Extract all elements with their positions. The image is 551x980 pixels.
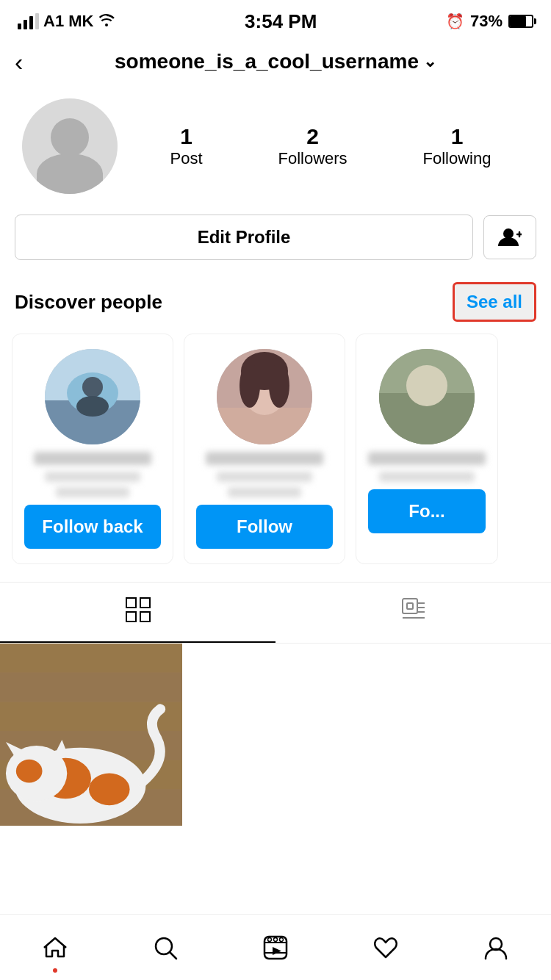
status-time: 3:54 PM	[245, 10, 317, 33]
chevron-down-icon: ⌄	[423, 52, 436, 71]
person-2-name	[206, 452, 323, 465]
svg-point-51	[280, 937, 284, 941]
person-avatar-3	[379, 349, 475, 444]
home-icon	[42, 934, 68, 961]
stat-following[interactable]: 1 Following	[423, 124, 491, 168]
person-avatar-1	[45, 349, 140, 444]
svg-point-50	[274, 937, 278, 941]
follow-back-button[interactable]: Follow back	[24, 505, 161, 549]
svg-rect-25	[407, 603, 413, 609]
svg-rect-24	[403, 599, 417, 613]
status-right: ⏰ 73%	[446, 12, 533, 31]
photos-grid	[0, 644, 551, 826]
content-tabs	[0, 582, 551, 644]
person-avatar-2	[217, 349, 312, 444]
nav-search[interactable]	[136, 918, 195, 977]
home-dot	[53, 968, 57, 973]
svg-point-53	[490, 938, 502, 950]
person-card-1: Follow back	[12, 334, 173, 564]
person-card-3: Fo...	[356, 334, 498, 564]
status-left: A1 MK	[18, 12, 115, 31]
stat-posts[interactable]: 1 Post	[170, 124, 202, 168]
action-buttons-row: Edit Profile	[0, 209, 551, 275]
nav-home[interactable]	[26, 918, 84, 977]
signal-icon	[18, 13, 39, 29]
avatar[interactable]	[22, 98, 118, 194]
svg-rect-21	[140, 598, 150, 608]
person-card-2: Follow	[184, 334, 345, 564]
following-label: Following	[423, 149, 491, 167]
alarm-icon: ⏰	[446, 12, 464, 30]
person-2-sub2	[228, 487, 301, 497]
stat-followers[interactable]: 2 Followers	[278, 124, 347, 168]
discover-title: Discover people	[15, 291, 162, 314]
status-bar: A1 MK 3:54 PM ⏰ 73%	[0, 0, 551, 40]
avatar-placeholder	[22, 98, 118, 194]
profile-icon	[483, 934, 509, 961]
svg-point-39	[89, 774, 130, 806]
posts-count: 1	[170, 124, 202, 149]
header: ‹ someone_is_a_cool_username ⌄	[0, 40, 551, 84]
posts-label: Post	[170, 149, 202, 167]
tab-grid[interactable]	[0, 583, 276, 643]
svg-rect-8	[45, 349, 140, 444]
person-3-sub1	[379, 472, 475, 482]
tagged-icon	[401, 597, 426, 628]
followers-count: 2	[278, 124, 347, 149]
username-header[interactable]: someone_is_a_cool_username ⌄	[115, 50, 436, 73]
person-3-name	[368, 452, 486, 465]
person-2-sub1	[217, 472, 312, 482]
profile-section: 1 Post 2 Followers 1 Following	[0, 84, 551, 209]
person-1-name	[34, 452, 151, 465]
svg-point-41	[16, 760, 43, 783]
follow-button[interactable]: Follow	[196, 505, 333, 549]
people-scroll: Follow back Follow	[0, 334, 551, 579]
search-icon	[152, 934, 179, 961]
svg-rect-15	[217, 349, 312, 444]
discover-header: Discover people See all	[0, 275, 551, 334]
svg-rect-20	[126, 598, 136, 608]
svg-point-0	[503, 228, 514, 239]
battery-percent: 73%	[470, 12, 503, 31]
edit-profile-button[interactable]: Edit Profile	[15, 215, 473, 260]
person-1-sub1	[45, 472, 140, 482]
following-count: 1	[423, 124, 491, 149]
bottom-nav	[0, 914, 551, 980]
svg-rect-23	[140, 612, 150, 621]
followers-label: Followers	[278, 149, 347, 167]
svg-marker-52	[273, 947, 281, 955]
grid-icon	[126, 597, 151, 628]
svg-rect-22	[126, 612, 136, 621]
person-1-sub2	[56, 487, 129, 497]
wifi-icon	[98, 12, 115, 31]
add-person-icon	[498, 227, 522, 248]
svg-rect-32	[0, 673, 182, 702]
follow-button-3[interactable]: Fo...	[368, 489, 486, 533]
heart-icon	[372, 934, 399, 961]
photo-cell-1[interactable]	[0, 644, 182, 826]
svg-line-45	[170, 952, 176, 959]
nav-profile[interactable]	[467, 918, 525, 977]
back-button[interactable]: ‹	[15, 48, 23, 76]
nav-reels[interactable]	[246, 918, 305, 977]
svg-rect-31	[0, 644, 182, 673]
carrier-label: A1 MK	[43, 12, 93, 31]
stats-row: 1 Post 2 Followers 1 Following	[118, 124, 529, 168]
add-person-button[interactable]	[483, 215, 536, 259]
nav-notifications[interactable]	[356, 918, 415, 977]
reels-icon	[262, 934, 289, 961]
tab-tagged[interactable]	[276, 583, 551, 643]
svg-rect-19	[379, 349, 475, 444]
battery-icon	[508, 15, 533, 28]
see-all-button[interactable]: See all	[453, 282, 536, 322]
svg-point-49	[268, 937, 272, 941]
